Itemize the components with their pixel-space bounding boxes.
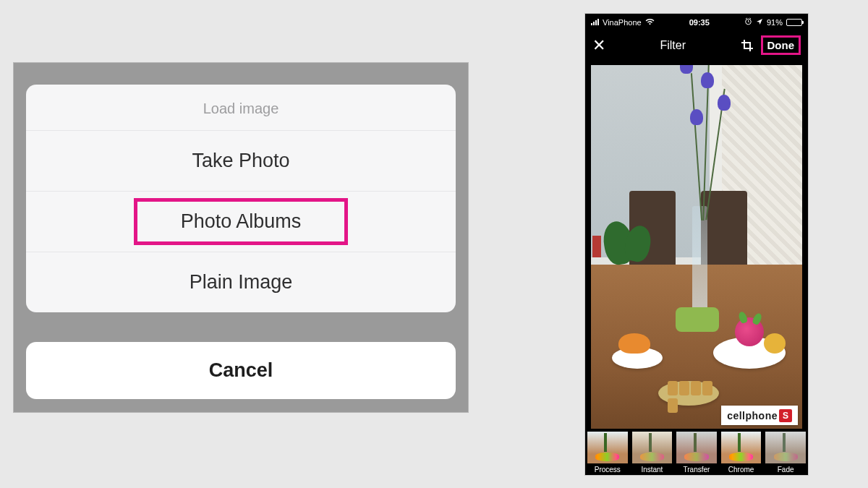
- watermark: cellphone S: [721, 406, 798, 425]
- photo-preview[interactable]: cellphone S: [591, 65, 802, 435]
- filter-instant[interactable]: Instant: [630, 432, 675, 474]
- filter-label: Instant: [630, 466, 675, 474]
- filter-thumb: [587, 432, 627, 463]
- filter-strip[interactable]: Process Instant Transfer Chrome Fade: [585, 429, 808, 475]
- filter-label: Transfer: [674, 466, 719, 474]
- filter-thumb: [632, 432, 672, 463]
- done-button[interactable]: Done: [761, 35, 801, 55]
- watermark-text: cellphone: [727, 410, 778, 421]
- status-left: VinaPhone: [591, 18, 655, 27]
- signal-icon: [591, 19, 599, 25]
- action-sheet-panel: Load image Take Photo Photo Albums Plain…: [13, 62, 469, 413]
- filter-fade[interactable]: Fade: [763, 432, 808, 474]
- status-right: 91%: [744, 17, 802, 27]
- close-icon[interactable]: ✕: [592, 39, 605, 52]
- battery-icon: [786, 19, 802, 26]
- location-icon: [756, 18, 763, 27]
- sheet-item-take-photo[interactable]: Take Photo: [26, 131, 456, 192]
- sheet-item-plain-image[interactable]: Plain Image: [26, 252, 456, 312]
- wifi-icon: [645, 18, 655, 27]
- filter-label: Process: [585, 466, 630, 474]
- watermark-badge: S: [779, 409, 792, 422]
- filter-thumb: [721, 432, 761, 463]
- crop-icon[interactable]: [741, 39, 754, 52]
- cancel-label: Cancel: [209, 359, 273, 381]
- filter-label: Chrome: [719, 466, 764, 474]
- nav-bar: ✕ Filter Done: [585, 30, 808, 62]
- phone-screen: VinaPhone 09:35 91% ✕ Filter Done: [584, 13, 809, 476]
- sheet-item-photo-albums[interactable]: Photo Albums: [26, 192, 456, 252]
- sheet-title: Load image: [26, 85, 456, 131]
- cancel-button[interactable]: Cancel: [26, 342, 456, 399]
- status-time: 09:35: [689, 18, 710, 27]
- sheet-item-label: Photo Albums: [181, 210, 302, 232]
- sheet-item-label: Take Photo: [192, 150, 289, 171]
- alarm-icon: [744, 17, 752, 27]
- carrier-label: VinaPhone: [603, 18, 642, 27]
- battery-pct: 91%: [767, 18, 783, 27]
- nav-title: Filter: [660, 39, 686, 52]
- filter-thumb: [676, 432, 716, 463]
- filter-thumb: [765, 432, 805, 463]
- filter-process[interactable]: Process: [585, 432, 630, 474]
- filter-transfer[interactable]: Transfer: [674, 432, 719, 474]
- sheet-item-label: Plain Image: [190, 271, 293, 293]
- filter-chrome[interactable]: Chrome: [719, 432, 764, 474]
- status-bar: VinaPhone 09:35 91%: [585, 14, 808, 30]
- action-sheet: Load image Take Photo Photo Albums Plain…: [26, 85, 456, 312]
- filter-label: Fade: [763, 466, 808, 474]
